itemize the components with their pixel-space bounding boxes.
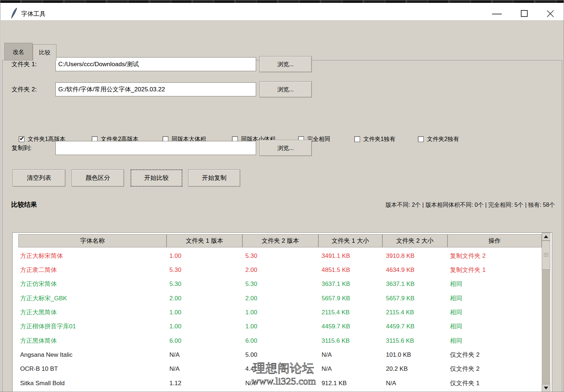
folder2-label: 文件夹 2: [12,85,37,94]
checkbox-icon [418,136,424,142]
operation-cell: 仅文件夹 2 [450,348,479,362]
folder1-size-cell: 2115.4 KB [322,305,350,319]
column-header-folder2-size: 文件夹 2 大小 [382,234,447,247]
table-row[interactable]: Sitka Small Bold 1.12 N/A 912.1 KB N/A 仅… [13,376,541,390]
folder2-version-cell: 4.4 [245,362,254,376]
table-row[interactable]: Angsana New Italic N/A 5.00 N/A 101.0 KB… [13,348,541,362]
folder2-version-cell: N/A [245,376,255,390]
maximize-icon [521,10,528,17]
table-row[interactable]: OCR-B 10 BT N/A 4.4 N/A 20.2 KB 仅文件夹 2 [13,362,541,376]
folder2-size-cell: N/A [386,376,396,390]
font-name-cell: Sitka Small Bold [20,376,65,390]
table-row[interactable]: 方正楷体拼音字库01 1.00 1.00 4459.7 KB 4459.7 KB… [13,319,541,333]
folder1-size-cell: N/A [322,348,332,362]
start-copy-button[interactable]: 开始复制 [188,169,240,187]
folder2-size-cell: 101.0 KB [386,348,411,362]
folder2-size-cell: 2115.4 KB [386,305,414,319]
operation-cell: 相同 [450,291,462,305]
folder1-version-cell: 6.00 [169,334,181,348]
folder2-size-cell: 20.2 KB [386,362,408,376]
folder1-version-cell: N/A [169,362,179,376]
folder1-browse-button[interactable]: 浏览... [259,56,312,72]
tab-compare[interactable]: 比较 [33,44,56,61]
results-stats: 版本不同: 2个 | 版本相同体积不同: 0个 | 完全相同: 5个 | 独有:… [386,201,555,209]
folder2-size-cell: 3115.6 KB [386,334,414,348]
folder2-version-cell: 2.00 [245,263,257,277]
operation-cell: 复制文件夹 1 [450,263,486,277]
font-name-cell: 方正仿宋简体 [20,277,57,291]
copy-to-input[interactable] [55,141,256,155]
table-row[interactable]: 方正仿宋简体 5.30 5.30 3637.1 KB 3637.1 KB 相同 [13,277,541,291]
folder1-size-cell: 4851.5 KB [322,263,350,277]
font-name-cell: 方正大标宋_GBK [20,291,67,305]
copy-to-label: 复制到: [12,144,32,152]
folder2-version-cell: 5.30 [245,249,257,263]
checkbox-icon [354,136,360,142]
folder1-label: 文件夹 1: [12,60,37,68]
folder1-version-cell: 5.30 [169,277,181,291]
folder2-version-cell: 1.00 [245,319,257,333]
filter-folder2-only[interactable]: 文件夹2独有 [418,135,459,143]
column-header-folder1-version: 文件夹 1 版本 [167,234,242,247]
font-name-cell: 方正隶二简体 [20,263,57,277]
window-title: 字体工具 [21,10,46,18]
scroll-down-button[interactable] [542,384,550,392]
folder2-version-cell: 2.00 [245,291,257,305]
folder1-version-cell: 1.12 [169,376,181,390]
folder1-version-cell: N/A [169,348,179,362]
font-name-cell: 方正楷体拼音字库01 [20,319,76,333]
font-name-cell: 方正大黑简体 [20,305,57,319]
maximize-button[interactable] [516,5,533,22]
titlebar: 字体工具 [0,3,564,20]
column-header-folder1-size: 文件夹 1 大小 [318,234,382,247]
font-name-cell: 方正黑体简体 [20,334,57,348]
folder1-version-cell: 1.00 [169,319,181,333]
copy-to-browse-button[interactable]: 浏览... [259,140,312,156]
minimize-icon [492,14,502,14]
folder2-size-cell: 4634.9 KB [386,263,414,277]
clear-list-button[interactable]: 清空列表 [13,169,65,187]
table-row[interactable]: 方正隶二简体 5.30 2.00 4851.5 KB 4634.9 KB 复制文… [13,263,541,277]
scrollbar-thumb[interactable] [542,241,550,270]
folder2-version-cell: 5.30 [245,277,257,291]
folder1-input[interactable] [55,57,256,71]
table-row[interactable]: 方正大标宋简体 1.00 5.30 3491.1 KB 3910.8 KB 复制… [13,249,541,263]
table-row[interactable]: 方正大标宋_GBK 2.00 2.00 5657.9 KB 5657.9 KB … [13,291,541,305]
folder2-version-cell: 5.00 [245,348,257,362]
minimize-button[interactable] [489,5,505,22]
tab-rename[interactable]: 改名 [4,43,33,60]
table-row[interactable]: 方正黑体简体 6.00 6.00 3115.6 KB 3115.6 KB 相同 [13,334,541,348]
start-compare-button[interactable]: 开始比较 [131,169,182,187]
font-name-cell: 方正大标宋简体 [20,249,63,263]
operation-cell: 仅文件夹 2 [450,362,479,376]
operation-cell: 相同 [450,277,462,291]
folder1-version-cell: 2.00 [169,291,181,305]
folder1-size-cell: 3637.1 KB [322,277,350,291]
font-name-cell: OCR-B 10 BT [20,362,58,376]
results-title: 比较结果 [11,200,37,209]
colorize-button[interactable]: 颜色区分 [72,169,124,187]
folder2-size-cell: 3910.8 KB [386,249,414,263]
close-icon [546,9,555,18]
folder2-size-cell: 4459.7 KB [386,319,414,333]
folder1-version-cell: 5.30 [169,263,181,277]
folder2-browse-button[interactable]: 浏览... [259,81,312,97]
font-name-cell: Angsana New Italic [20,348,73,362]
scroll-up-button[interactable] [542,233,550,241]
folder1-size-cell: 3115.6 KB [322,334,350,348]
folder1-size-cell: 3491.1 KB [322,249,350,263]
background-window-strip [0,0,564,3]
folder2-input[interactable] [55,82,256,96]
checkbox-icon: ✔ [19,136,24,142]
folder1-size-cell: N/A [322,362,332,376]
column-header-folder2-version: 文件夹 2 版本 [242,234,318,247]
table-scrollbar[interactable] [542,233,550,392]
folder1-size-cell: 912.1 KB [322,376,347,390]
app-window: 字体工具 改名 比较 文件夹 1: 浏览... 文件夹 2: 浏览... ✔ 文… [0,0,564,392]
operation-cell: 复制文件夹 2 [450,249,486,263]
operation-cell: 相同 [450,305,462,319]
table-row[interactable]: 方正大黑简体 1.00 1.00 2115.4 KB 2115.4 KB 相同 [13,305,541,319]
close-button[interactable] [542,5,559,22]
operation-cell: 仅文件夹 1 [450,376,479,390]
filter-folder1-only[interactable]: 文件夹1独有 [354,135,395,143]
